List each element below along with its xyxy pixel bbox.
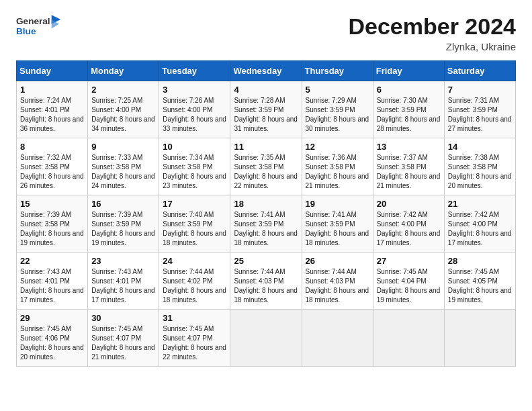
calendar-cell: 28Sunrise: 7:45 AMSunset: 4:05 PMDayligh… bbox=[444, 253, 515, 310]
day-number: 29 bbox=[20, 313, 84, 323]
day-number: 30 bbox=[91, 313, 155, 323]
calendar-cell: 7Sunrise: 7:31 AMSunset: 3:59 PMDaylight… bbox=[444, 81, 515, 138]
cell-info: Sunrise: 7:45 AMSunset: 4:07 PMDaylight:… bbox=[163, 324, 226, 362]
weekday-header-sunday: Sunday bbox=[17, 61, 88, 81]
svg-text:Blue: Blue bbox=[16, 26, 36, 36]
calendar-cell: 30Sunrise: 7:45 AMSunset: 4:07 PMDayligh… bbox=[88, 310, 159, 367]
cell-info: Sunrise: 7:35 AMSunset: 3:58 PMDaylight:… bbox=[234, 153, 298, 191]
calendar-cell: 4Sunrise: 7:28 AMSunset: 3:59 PMDaylight… bbox=[230, 81, 302, 138]
day-number: 14 bbox=[448, 142, 512, 152]
day-number: 17 bbox=[163, 199, 226, 209]
calendar-cell: 2Sunrise: 7:25 AMSunset: 4:00 PMDaylight… bbox=[88, 81, 159, 138]
day-number: 1 bbox=[20, 85, 84, 95]
page-header: General Blue December 2024 Zlynka, Ukrai… bbox=[16, 13, 516, 52]
calendar-row-3: 15Sunrise: 7:39 AMSunset: 3:58 PMDayligh… bbox=[17, 195, 516, 253]
calendar-cell: 31Sunrise: 7:45 AMSunset: 4:07 PMDayligh… bbox=[159, 310, 230, 367]
day-number: 8 bbox=[20, 142, 84, 152]
cell-info: Sunrise: 7:43 AMSunset: 4:01 PMDaylight:… bbox=[20, 267, 84, 305]
cell-info: Sunrise: 7:32 AMSunset: 3:58 PMDaylight:… bbox=[20, 153, 84, 191]
cell-info: Sunrise: 7:39 AMSunset: 3:59 PMDaylight:… bbox=[91, 210, 155, 248]
cell-info: Sunrise: 7:44 AMSunset: 4:02 PMDaylight:… bbox=[163, 267, 226, 305]
cell-info: Sunrise: 7:26 AMSunset: 4:00 PMDaylight:… bbox=[163, 96, 226, 134]
day-number: 31 bbox=[163, 313, 226, 323]
calendar-cell: 25Sunrise: 7:44 AMSunset: 4:03 PMDayligh… bbox=[230, 253, 302, 310]
calendar-cell: 5Sunrise: 7:29 AMSunset: 3:59 PMDaylight… bbox=[302, 81, 373, 138]
cell-info: Sunrise: 7:42 AMSunset: 4:00 PMDaylight:… bbox=[448, 210, 512, 248]
calendar-cell: 23Sunrise: 7:43 AMSunset: 4:01 PMDayligh… bbox=[88, 253, 159, 310]
calendar-cell: 15Sunrise: 7:39 AMSunset: 3:58 PMDayligh… bbox=[17, 195, 88, 253]
calendar-cell: 12Sunrise: 7:36 AMSunset: 3:58 PMDayligh… bbox=[302, 138, 373, 195]
weekday-header-row: SundayMondayTuesdayWednesdayThursdayFrid… bbox=[17, 61, 516, 81]
day-number: 7 bbox=[448, 85, 512, 95]
logo-icon: General Blue bbox=[16, 13, 62, 40]
calendar-row-1: 1Sunrise: 7:24 AMSunset: 4:01 PMDaylight… bbox=[17, 81, 516, 138]
day-number: 10 bbox=[163, 142, 226, 152]
cell-info: Sunrise: 7:45 AMSunset: 4:04 PMDaylight:… bbox=[377, 267, 441, 305]
day-number: 15 bbox=[20, 199, 84, 209]
calendar-cell: 3Sunrise: 7:26 AMSunset: 4:00 PMDaylight… bbox=[159, 81, 230, 138]
day-number: 13 bbox=[377, 142, 441, 152]
calendar-cell: 11Sunrise: 7:35 AMSunset: 3:58 PMDayligh… bbox=[230, 138, 302, 195]
cell-info: Sunrise: 7:37 AMSunset: 3:58 PMDaylight:… bbox=[377, 153, 441, 191]
day-number: 19 bbox=[306, 199, 369, 209]
calendar-cell: 14Sunrise: 7:38 AMSunset: 3:58 PMDayligh… bbox=[444, 138, 515, 195]
day-number: 27 bbox=[377, 256, 441, 266]
cell-info: Sunrise: 7:31 AMSunset: 3:59 PMDaylight:… bbox=[448, 96, 512, 134]
day-number: 4 bbox=[234, 85, 298, 95]
cell-info: Sunrise: 7:24 AMSunset: 4:01 PMDaylight:… bbox=[20, 96, 84, 134]
title-block: December 2024 Zlynka, Ukraine bbox=[348, 13, 516, 52]
cell-info: Sunrise: 7:28 AMSunset: 3:59 PMDaylight:… bbox=[234, 96, 298, 134]
weekday-header-monday: Monday bbox=[88, 61, 159, 81]
day-number: 18 bbox=[234, 199, 298, 209]
day-number: 11 bbox=[234, 142, 298, 152]
svg-text:General: General bbox=[16, 16, 50, 26]
calendar-cell: 1Sunrise: 7:24 AMSunset: 4:01 PMDaylight… bbox=[17, 81, 88, 138]
cell-info: Sunrise: 7:44 AMSunset: 4:03 PMDaylight:… bbox=[306, 267, 369, 305]
calendar-cell: 24Sunrise: 7:44 AMSunset: 4:02 PMDayligh… bbox=[159, 253, 230, 310]
day-number: 6 bbox=[377, 85, 441, 95]
day-number: 26 bbox=[306, 256, 369, 266]
calendar-cell bbox=[373, 310, 444, 367]
cell-info: Sunrise: 7:40 AMSunset: 3:59 PMDaylight:… bbox=[163, 210, 226, 248]
calendar-cell: 9Sunrise: 7:33 AMSunset: 3:58 PMDaylight… bbox=[88, 138, 159, 195]
location: Zlynka, Ukraine bbox=[348, 41, 516, 52]
weekday-header-saturday: Saturday bbox=[444, 61, 515, 81]
calendar-cell: 16Sunrise: 7:39 AMSunset: 3:59 PMDayligh… bbox=[88, 195, 159, 253]
calendar-row-2: 8Sunrise: 7:32 AMSunset: 3:58 PMDaylight… bbox=[17, 138, 516, 195]
day-number: 25 bbox=[234, 256, 298, 266]
cell-info: Sunrise: 7:45 AMSunset: 4:05 PMDaylight:… bbox=[448, 267, 512, 305]
day-number: 23 bbox=[91, 256, 155, 266]
calendar-cell bbox=[302, 310, 373, 367]
logo: General Blue bbox=[16, 13, 62, 40]
calendar-table: SundayMondayTuesdayWednesdayThursdayFrid… bbox=[16, 60, 516, 367]
calendar-cell: 19Sunrise: 7:41 AMSunset: 3:59 PMDayligh… bbox=[302, 195, 373, 253]
calendar-cell: 27Sunrise: 7:45 AMSunset: 4:04 PMDayligh… bbox=[373, 253, 444, 310]
calendar-cell: 26Sunrise: 7:44 AMSunset: 4:03 PMDayligh… bbox=[302, 253, 373, 310]
cell-info: Sunrise: 7:41 AMSunset: 3:59 PMDaylight:… bbox=[306, 210, 369, 248]
cell-info: Sunrise: 7:30 AMSunset: 3:59 PMDaylight:… bbox=[377, 96, 441, 134]
day-number: 21 bbox=[448, 199, 512, 209]
calendar-cell: 6Sunrise: 7:30 AMSunset: 3:59 PMDaylight… bbox=[373, 81, 444, 138]
day-number: 2 bbox=[91, 85, 155, 95]
day-number: 9 bbox=[91, 142, 155, 152]
day-number: 28 bbox=[448, 256, 512, 266]
day-number: 5 bbox=[306, 85, 369, 95]
calendar-cell: 20Sunrise: 7:42 AMSunset: 4:00 PMDayligh… bbox=[373, 195, 444, 253]
cell-info: Sunrise: 7:34 AMSunset: 3:58 PMDaylight:… bbox=[163, 153, 226, 191]
calendar-cell: 13Sunrise: 7:37 AMSunset: 3:58 PMDayligh… bbox=[373, 138, 444, 195]
day-number: 16 bbox=[91, 199, 155, 209]
calendar-cell bbox=[444, 310, 515, 367]
weekday-header-friday: Friday bbox=[373, 61, 444, 81]
month-title: December 2024 bbox=[348, 13, 516, 40]
day-number: 3 bbox=[163, 85, 226, 95]
calendar-cell: 10Sunrise: 7:34 AMSunset: 3:58 PMDayligh… bbox=[159, 138, 230, 195]
calendar-cell: 22Sunrise: 7:43 AMSunset: 4:01 PMDayligh… bbox=[17, 253, 88, 310]
weekday-header-wednesday: Wednesday bbox=[230, 61, 302, 81]
day-number: 20 bbox=[377, 199, 441, 209]
cell-info: Sunrise: 7:43 AMSunset: 4:01 PMDaylight:… bbox=[91, 267, 155, 305]
calendar-cell: 18Sunrise: 7:41 AMSunset: 3:59 PMDayligh… bbox=[230, 195, 302, 253]
cell-info: Sunrise: 7:45 AMSunset: 4:06 PMDaylight:… bbox=[20, 324, 84, 362]
cell-info: Sunrise: 7:29 AMSunset: 3:59 PMDaylight:… bbox=[306, 96, 369, 134]
cell-info: Sunrise: 7:33 AMSunset: 3:58 PMDaylight:… bbox=[91, 153, 155, 191]
weekday-header-tuesday: Tuesday bbox=[159, 61, 230, 81]
